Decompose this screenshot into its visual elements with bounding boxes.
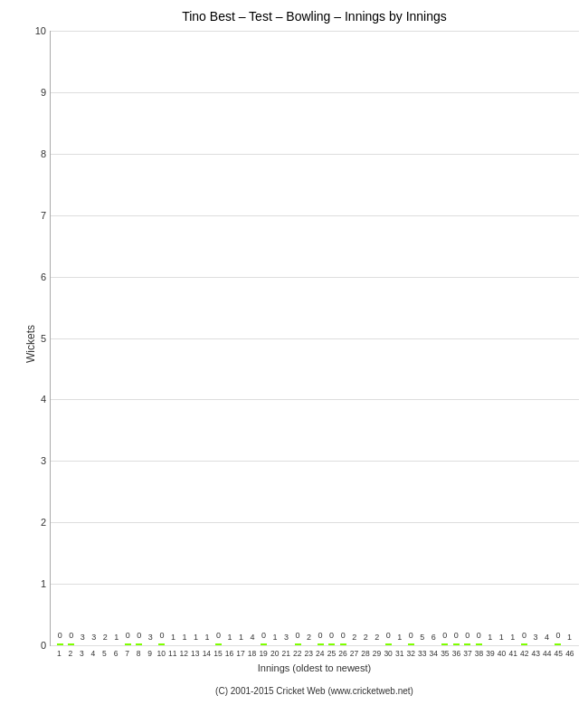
x-label: 33: [417, 649, 429, 658]
bar-group: 0: [440, 643, 451, 645]
bar-group: 0: [66, 643, 78, 645]
x-label: 36: [450, 649, 462, 658]
bar-value-label: 2: [352, 633, 356, 642]
bar: 0: [476, 643, 482, 645]
bar-value-label: 0: [69, 631, 73, 640]
bar: 0: [408, 643, 414, 645]
bar-group: 0: [156, 643, 168, 645]
bar-value-label: 6: [432, 633, 436, 642]
x-label: 20: [269, 649, 280, 658]
bar-value-label: 0: [261, 631, 266, 640]
bar-value-label: 3: [81, 633, 85, 642]
x-label: 21: [280, 649, 292, 658]
bar-group: 0: [326, 643, 337, 645]
x-label: 26: [337, 649, 349, 658]
x-axis-title: Innings (oldest to newest): [50, 662, 579, 673]
bar-group: 0: [292, 643, 304, 645]
x-label: 4: [88, 649, 100, 658]
bar-value-label: 1: [194, 633, 198, 642]
bar-value-label: 0: [318, 631, 323, 640]
bar-value-label: 3: [284, 633, 289, 642]
bar-value-label: 0: [341, 631, 346, 640]
y-tick-label: 7: [41, 210, 46, 221]
bar-value-label: 0: [386, 631, 391, 640]
x-label: 12: [178, 649, 190, 658]
x-label: 46: [564, 649, 576, 658]
bar-value-label: 2: [364, 633, 368, 642]
x-label: 29: [371, 649, 383, 658]
bar-group: 0: [473, 643, 485, 645]
x-label: 8: [133, 649, 145, 658]
bars-area: 0033210030111101140130200022201056000011…: [51, 31, 579, 645]
x-label: 43: [530, 649, 542, 658]
x-label: 3: [76, 649, 88, 658]
y-tick-label: 8: [41, 148, 46, 159]
bar-group: 0: [553, 643, 564, 645]
bar-value-label: 1: [273, 633, 278, 642]
x-label: 9: [144, 649, 156, 658]
bar-value-label: 1: [227, 633, 232, 642]
bar: 0: [158, 643, 165, 645]
x-label: 6: [110, 649, 122, 658]
x-label: 37: [462, 649, 474, 658]
x-label: 1: [53, 649, 65, 658]
bar-value-label: 0: [477, 631, 481, 640]
bar: 0: [328, 643, 335, 645]
y-tick-label: 6: [41, 272, 46, 282]
bar-group: 0: [450, 643, 462, 645]
bar-value-label: 0: [454, 631, 459, 640]
bar-value-label: 1: [567, 633, 572, 642]
x-label: 15: [213, 649, 224, 658]
bar-value-label: 0: [555, 631, 560, 640]
x-label: 10: [156, 649, 167, 658]
x-label: 13: [190, 649, 202, 658]
bar: 0: [385, 643, 392, 645]
chart-title: Tino Best – Test – Bowling – Innings by …: [50, 9, 579, 24]
bar-value-label: 3: [148, 633, 153, 642]
bar: 0: [125, 643, 131, 645]
x-label: 38: [473, 649, 485, 658]
bar-value-label: 1: [397, 633, 402, 642]
chart-container: Tino Best – Test – Bowling – Innings by …: [0, 0, 588, 724]
y-tick-label: 4: [41, 394, 46, 405]
bar-value-label: 4: [251, 633, 255, 642]
chart-area: 0123456789100033210030111101140130200022…: [50, 31, 579, 646]
bar: 0: [136, 643, 142, 645]
bar-group: 0: [134, 643, 146, 645]
bar: 0: [555, 643, 561, 645]
y-tick-label: 1: [41, 578, 46, 589]
x-label: 34: [428, 649, 440, 658]
bar-value-label: 0: [296, 631, 300, 640]
grid-line: [51, 645, 579, 646]
bar-value-label: 0: [126, 631, 130, 640]
x-label: 30: [383, 649, 394, 658]
y-tick-label: 2: [41, 517, 46, 528]
x-label: 17: [235, 649, 247, 658]
bar: 0: [441, 643, 448, 645]
bar-value-label: 2: [307, 633, 311, 642]
x-labels: 1234567891011121314151617181920212223242…: [50, 649, 579, 658]
bar-value-label: 0: [409, 631, 413, 640]
bar: 0: [215, 643, 222, 645]
bar: 0: [453, 643, 460, 645]
bar-value-label: 0: [159, 631, 164, 640]
bar-value-label: 5: [420, 633, 424, 642]
bar-value-label: 1: [510, 633, 515, 642]
bar: 0: [68, 643, 74, 645]
y-tick-label: 0: [41, 640, 46, 651]
x-label: 27: [348, 649, 360, 658]
bar-group: 0: [383, 643, 394, 645]
bar-group: 0: [337, 643, 349, 645]
y-tick-label: 3: [41, 455, 46, 466]
bar-group: 0: [315, 643, 327, 645]
bar: 0: [57, 643, 63, 645]
bar-group: 0: [54, 643, 66, 645]
bar: 0: [521, 643, 527, 645]
bar-value-label: 0: [442, 631, 447, 640]
bar-value-label: 0: [465, 631, 469, 640]
bar: 0: [464, 643, 470, 645]
bar-value-label: 3: [533, 633, 537, 642]
bar-value-label: 0: [137, 631, 141, 640]
bar-group: 0: [122, 643, 134, 645]
y-axis-label: Wickets: [24, 325, 37, 363]
